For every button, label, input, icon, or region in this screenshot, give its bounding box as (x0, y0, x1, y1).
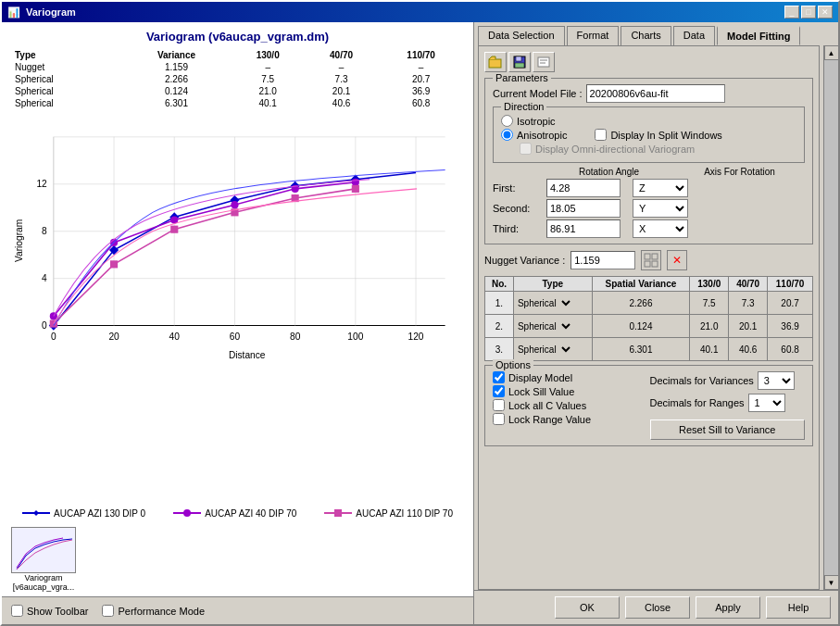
lock-all-c-label[interactable]: Lock all C Values (493, 399, 648, 411)
row2-130: 7.5 (232, 73, 305, 85)
svg-rect-57 (645, 254, 650, 259)
row3-variance: 0.124 (121, 85, 231, 97)
tab-charts-label: Charts (631, 30, 660, 41)
first-axis-select[interactable]: ZYX (633, 179, 688, 197)
lock-sill-label[interactable]: Lock Sill Value (493, 385, 648, 397)
decimals-ranges-select[interactable]: 123 (748, 394, 785, 412)
col-type-header: Type (11, 49, 121, 61)
display-omni-label: Display Omni-directional Variogram (520, 143, 796, 155)
tab-data[interactable]: Data (673, 26, 715, 45)
lock-range-checkbox[interactable] (493, 413, 505, 425)
reset-sill-button[interactable]: Reset Sill to Variance (650, 419, 806, 440)
third-axis-select[interactable]: ZYX (633, 219, 688, 238)
properties-button[interactable] (533, 52, 555, 72)
performance-mode-label[interactable]: Performance Mode (102, 605, 205, 617)
vario-row-3: 3. Spherical ▼ (485, 338, 813, 361)
svg-marker-44 (33, 510, 39, 516)
third-label: Third: (493, 223, 544, 234)
display-split-text: Display In Split Windows (610, 130, 721, 141)
display-split-label[interactable]: Display In Split Windows (595, 129, 721, 141)
vario-row1-130: 7.5 (690, 292, 729, 315)
isotropic-label[interactable]: Isotropic (501, 115, 796, 127)
minimize-button[interactable]: _ (784, 6, 799, 19)
nugget-variance-label: Nugget Variance : (484, 255, 565, 266)
chart-area: 0 4 8 12 0 20 40 60 80 100 120 Variogram (2, 111, 473, 504)
nugget-grid-button[interactable] (641, 250, 661, 270)
nugget-variance-input[interactable] (570, 251, 635, 269)
svg-rect-50 (489, 59, 501, 68)
svg-text:Variogram: Variogram (14, 219, 24, 262)
row2-40: 7.3 (305, 73, 378, 85)
maximize-button[interactable]: □ (801, 6, 816, 19)
svg-rect-48 (334, 509, 342, 517)
model-file-label: Current Model File : (493, 88, 583, 99)
row1-variance: 1.159 (121, 61, 231, 73)
tab-format[interactable]: Format (567, 26, 620, 45)
vario-row3-type-select[interactable]: ▼ (557, 340, 573, 358)
second-angle-input[interactable] (546, 199, 621, 218)
decimals-ranges-label: Decimals for Ranges (650, 397, 745, 408)
third-angle-input[interactable] (546, 219, 621, 238)
row3-110: 36.9 (378, 85, 464, 97)
vario-row2-type-select[interactable]: ▼ (557, 317, 573, 335)
display-split-checkbox[interactable] (595, 129, 607, 141)
show-toolbar-label[interactable]: Show Toolbar (11, 605, 88, 617)
row1-type: Nugget (11, 61, 121, 73)
lock-range-label[interactable]: Lock Range Value (493, 413, 648, 425)
show-toolbar-checkbox[interactable] (11, 605, 23, 617)
decimals-variances-select[interactable]: 3124 (758, 371, 795, 390)
model-file-input[interactable] (586, 84, 725, 103)
scrollbar: ▲ ▼ (823, 45, 838, 590)
row1-130: – (232, 61, 305, 73)
save-button[interactable] (508, 52, 531, 72)
display-model-label[interactable]: Display Model (493, 371, 648, 383)
main-window: 📊 Variogram _ □ ✕ Variogram (v6aucap_vgr… (0, 0, 840, 626)
nugget-delete-button[interactable]: ✕ (667, 250, 687, 270)
vario-row2-no: 2. (485, 315, 514, 338)
data-table: Type Variance 130/0 40/70 110/70 Nugget … (2, 47, 473, 111)
svg-text:8: 8 (42, 226, 47, 236)
scroll-up-button[interactable]: ▲ (824, 45, 839, 60)
display-omni-checkbox (520, 143, 532, 155)
svg-point-36 (352, 179, 359, 186)
vario-row1-110: 20.7 (768, 292, 813, 315)
scroll-down-button[interactable]: ▼ (824, 575, 839, 590)
display-model-checkbox[interactable] (493, 371, 505, 383)
title-bar-buttons: _ □ ✕ (784, 6, 833, 19)
row4-variance: 6.301 (121, 97, 231, 109)
open-button[interactable] (484, 52, 507, 72)
tab-data-selection[interactable]: Data Selection (478, 26, 565, 45)
svg-rect-39 (170, 226, 178, 233)
apply-button[interactable]: Apply (696, 596, 760, 619)
lock-sill-text: Lock Sill Value (508, 386, 574, 397)
lock-all-c-checkbox[interactable] (493, 399, 505, 411)
col-40-header: 40/70 (305, 49, 378, 61)
close-button-dialog[interactable]: Close (625, 596, 690, 619)
display-model-text: Display Model (508, 372, 572, 383)
show-toolbar-text: Show Toolbar (27, 606, 88, 617)
lock-sill-checkbox[interactable] (493, 385, 505, 397)
close-button[interactable]: ✕ (818, 6, 833, 19)
performance-mode-checkbox[interactable] (102, 605, 114, 617)
ok-button[interactable]: OK (555, 596, 620, 619)
svg-text:40: 40 (169, 332, 181, 342)
tab-charts[interactable]: Charts (621, 26, 671, 45)
col-130-header: 130/0 (232, 49, 305, 61)
anisotropic-label[interactable]: Anisotropic (501, 129, 567, 141)
tab-model-fitting[interactable]: Model Fitting (717, 26, 800, 45)
second-axis-select[interactable]: ZYX (633, 199, 688, 218)
help-button[interactable]: Help (766, 596, 831, 619)
svg-text:0: 0 (42, 320, 47, 331)
first-angle-input[interactable] (546, 179, 621, 197)
anisotropic-radio[interactable] (501, 129, 513, 141)
isotropic-radio[interactable] (501, 115, 513, 127)
svg-rect-42 (352, 185, 359, 193)
vario-row1-type-select[interactable]: ▼ (557, 294, 573, 312)
display-omni-text: Display Omni-directional Variogram (535, 144, 695, 155)
options-right: Decimals for Variances 3124 Decimals for… (650, 371, 806, 440)
scroll-track[interactable] (824, 60, 839, 575)
vario-row1-40: 7.3 (729, 292, 768, 315)
tabs-bar: Data Selection Format Charts Data Model … (474, 22, 838, 45)
direction-label: Direction (501, 101, 546, 112)
thumbnail-image[interactable] (11, 527, 76, 573)
